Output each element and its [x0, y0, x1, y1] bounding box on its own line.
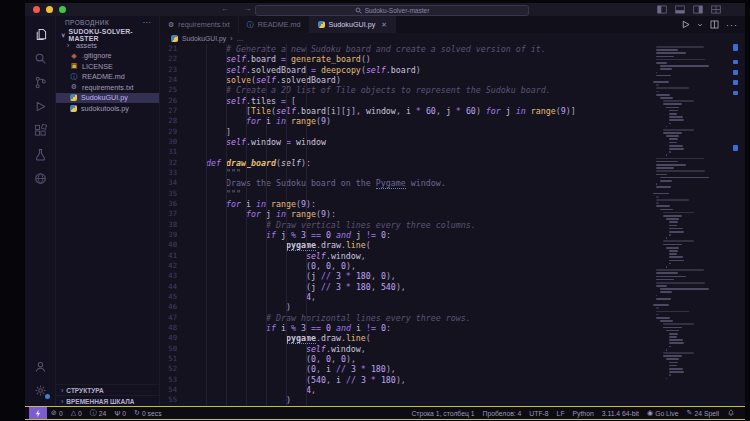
- minimap-line: [669, 142, 677, 144]
- code-text: self.board = generate_board(): [186, 54, 371, 64]
- line-number: 24: [160, 75, 177, 85]
- line-number: 52: [160, 364, 177, 374]
- status-item-python-interpreter[interactable]: 3.11.4 64-bit: [598, 407, 643, 419]
- readme-info-icon: ⓘ: [70, 72, 78, 82]
- extensions-icon[interactable]: [27, 118, 53, 142]
- code-editor[interactable]: 21 # Generate a new Sudoku board and cre…: [160, 44, 745, 406]
- tree-item--gitignore[interactable]: ◆.gitignore: [56, 51, 159, 62]
- status-item-encoding[interactable]: UTF-8: [525, 407, 552, 419]
- minimize-window-button[interactable]: [46, 6, 53, 13]
- fork-counter-icon: Ψ: [114, 410, 120, 417]
- customize-layout-icon[interactable]: [711, 5, 721, 14]
- run-python-file-icon[interactable]: [681, 20, 690, 29]
- tab-label: requirements.txt: [178, 20, 230, 29]
- line-number: 33: [160, 168, 177, 178]
- outline-label: СТРУКТУРА: [66, 387, 103, 394]
- tab-label: README.md: [258, 20, 301, 29]
- line-number: 37: [160, 209, 177, 219]
- code-text: # Draw horizontal lines every three rows…: [186, 313, 471, 323]
- tree-item-requirements-txt[interactable]: ⚙requirements.txt: [56, 82, 159, 93]
- toggle-panel-icon[interactable]: [675, 5, 685, 14]
- outline-section[interactable]: › СТРУКТУРА: [56, 384, 159, 395]
- status-item-cursor-position[interactable]: Строка 1, столбец 1: [407, 407, 478, 419]
- minimap-line: [656, 170, 705, 172]
- status-item-timer[interactable]: ↻0 secs: [130, 407, 166, 419]
- status-item-language-mode[interactable]: Python: [569, 407, 598, 419]
- status-item-notifications[interactable]: [723, 407, 739, 419]
- settings-gear-icon[interactable]: [27, 378, 53, 402]
- close-tab-icon[interactable]: ✕: [381, 21, 387, 29]
- tree-item-sudokutools-py[interactable]: sudokutools.py: [56, 103, 159, 114]
- remote-indicator[interactable]: [29, 407, 47, 419]
- minimap-line: [656, 307, 658, 309]
- minimap[interactable]: [650, 46, 708, 402]
- title-bar: ← → Sudoku-Solver-master: [25, 3, 745, 16]
- breadcrumb-file[interactable]: SudokuGUI.py: [182, 35, 226, 42]
- status-item-info[interactable]: ⓘ24: [86, 407, 111, 419]
- indent-guide: [266, 44, 267, 406]
- spell-checker-icon: ✎: [687, 409, 693, 417]
- tree-item-readme-md[interactable]: ⓘREADME.md: [56, 72, 159, 83]
- indent-guide: [246, 44, 247, 406]
- toggle-sidebar-icon[interactable]: [657, 5, 667, 14]
- close-window-button[interactable]: [33, 6, 40, 13]
- more-actions-icon[interactable]: ···: [726, 20, 738, 30]
- minimap-line: [656, 167, 673, 169]
- testing-icon[interactable]: [27, 142, 53, 166]
- minimap-line: [666, 218, 679, 220]
- tree-item-assets[interactable]: ›assets: [56, 40, 159, 51]
- line-number: 41: [160, 251, 177, 261]
- status-item-go-live[interactable]: ◉Go Live: [643, 407, 683, 419]
- readme-info-icon: ⓘ: [247, 20, 254, 30]
- command-center-search[interactable]: Sudoku-Solver-master: [255, 5, 529, 16]
- encoding-label: UTF-8: [529, 410, 548, 417]
- minimap-line: [660, 68, 673, 70]
- status-item-errors[interactable]: ⊘0: [47, 407, 67, 419]
- minimap-line: [656, 202, 658, 204]
- status-item-fork-counter[interactable]: Ψ0: [110, 407, 130, 419]
- bell-icon: [727, 408, 735, 418]
- lightning-icon: [34, 409, 42, 418]
- run-debug-icon[interactable]: [27, 94, 53, 118]
- code-text: Draws the Sudoku board on the Pygame win…: [186, 178, 446, 188]
- breadcrumb[interactable]: SudokuGUI.py › …: [160, 33, 745, 44]
- run-dropdown-chevron-icon[interactable]: [697, 22, 703, 28]
- minimap-line: [656, 272, 678, 274]
- tree-item-sudokugui-py[interactable]: SudokuGUI.py: [56, 93, 159, 104]
- views-more-icon[interactable]: ⋯: [143, 18, 151, 27]
- remote-explorer-icon[interactable]: [27, 166, 53, 190]
- overview-ruler[interactable]: [717, 44, 745, 406]
- timeline-section[interactable]: › ВРЕМЕННАЯ ШКАЛА: [56, 395, 159, 406]
- history-navigation[interactable]: ← →: [221, 4, 257, 13]
- errors-label: 0: [59, 410, 63, 417]
- spell-checker-label: 24 Spell: [694, 410, 719, 417]
- tab-requirements-txt[interactable]: ⚙requirements.txt: [160, 16, 239, 33]
- status-item-warnings[interactable]: △0: [67, 407, 86, 419]
- split-editor-icon[interactable]: [710, 20, 719, 29]
- tab-readme-md[interactable]: ⓘREADME.md: [239, 16, 310, 33]
- minimap-line: [656, 52, 685, 54]
- code-text: for i in range(9): [186, 116, 331, 126]
- tab-bar: ⚙requirements.txtⓘREADME.mdSudokuGUI.py✕…: [160, 16, 745, 33]
- account-icon[interactable]: [27, 354, 53, 378]
- code-text: def draw_board(self):: [186, 158, 311, 168]
- project-root-folder[interactable]: ∨ SUDOKU-SOLVER-MASTER: [56, 29, 159, 40]
- minimap-line: [669, 263, 671, 265]
- status-item-eol[interactable]: LF: [553, 407, 569, 419]
- tab-sudokugui-py[interactable]: SudokuGUI.py✕: [310, 16, 397, 33]
- diagnostic-marker: [733, 80, 738, 85]
- indent-guide: [206, 44, 207, 406]
- maximize-window-button[interactable]: [59, 6, 66, 13]
- breadcrumb-symbol[interactable]: …: [236, 35, 243, 42]
- line-number: 54: [160, 385, 177, 395]
- code-text: self.solvedBoard = deepcopy(self.board): [186, 65, 421, 75]
- search-icon[interactable]: [27, 46, 53, 70]
- minimap-line: [663, 244, 682, 246]
- status-item-spell-checker[interactable]: ✎24 Spell: [683, 407, 723, 419]
- toggle-secondary-sidebar-icon[interactable]: [693, 5, 703, 14]
- source-control-icon[interactable]: [27, 70, 53, 94]
- explorer-icon[interactable]: [27, 22, 53, 46]
- minimap-line: [656, 279, 673, 281]
- status-item-indentation[interactable]: Пробелов: 4: [479, 407, 526, 419]
- tree-item-license[interactable]: ▣LICENSE: [56, 61, 159, 72]
